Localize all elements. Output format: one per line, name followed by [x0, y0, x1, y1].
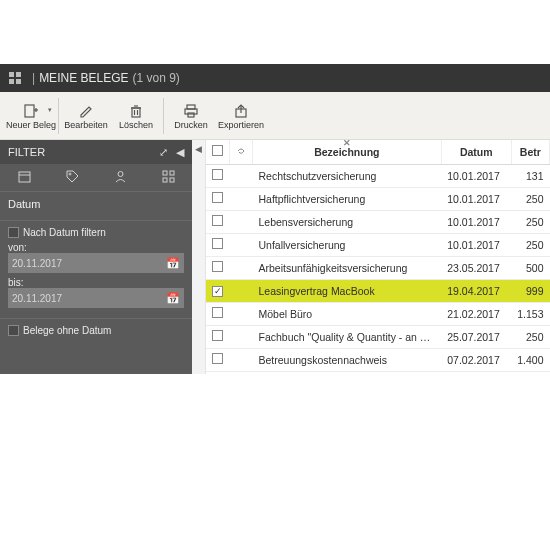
row-name: Rechtschutzversicherung	[253, 164, 442, 187]
row-name: Arbeitsunfähigkeitsversicherung	[253, 256, 442, 279]
new-label: Neuer Beleg	[6, 120, 56, 130]
row-date: 10.01.2017	[441, 187, 511, 210]
export-label: Exportieren	[218, 120, 264, 130]
row-date: 07.02.2017	[441, 348, 511, 371]
header-date[interactable]: Datum	[441, 140, 511, 164]
titlebar: | MEINE BELEGE (1 von 9)	[0, 64, 550, 92]
row-amount: 250	[511, 233, 549, 256]
svg-point-20	[118, 171, 123, 176]
chevron-down-icon: ▾	[48, 106, 52, 114]
from-date-input[interactable]: 20.11.2017 📅	[8, 253, 184, 273]
row-amount: 250	[511, 210, 549, 233]
edit-button[interactable]: Bearbeiten	[61, 94, 111, 138]
row-checkbox[interactable]	[212, 215, 223, 226]
svg-point-19	[69, 173, 71, 175]
table-row[interactable]: Lebensversicherung10.01.2017250	[206, 210, 550, 233]
svg-rect-3	[16, 79, 21, 84]
row-checkbox[interactable]: ✓	[212, 286, 223, 297]
svg-rect-22	[170, 171, 174, 175]
toolbar-divider	[163, 98, 164, 134]
app-icon	[8, 71, 22, 85]
expand-icon[interactable]: ⤢	[159, 146, 168, 159]
row-attachment	[230, 325, 253, 348]
row-name: Fachbuch "Quality & Quantity - an endles…	[253, 325, 442, 348]
row-attachment	[230, 210, 253, 233]
filter-tabs	[0, 164, 192, 192]
tab-tag-icon[interactable]	[66, 170, 79, 186]
tab-grid-icon[interactable]	[162, 170, 175, 186]
to-date-value: 20.11.2017	[12, 293, 62, 304]
filter-by-date-checkbox[interactable]	[8, 227, 19, 238]
header-amount[interactable]: Betr	[511, 140, 549, 164]
toolbar: Neuer Beleg ▾ Bearbeiten Löschen Drucken	[0, 92, 550, 140]
svg-rect-4	[25, 105, 34, 117]
row-date: 23.05.2017	[441, 256, 511, 279]
svg-rect-0	[9, 72, 14, 77]
row-date: 25.07.2017	[441, 325, 511, 348]
row-attachment	[230, 187, 253, 210]
header-attachment[interactable]	[230, 140, 253, 164]
clear-sort-icon[interactable]: ✕	[343, 140, 351, 148]
svg-rect-7	[132, 108, 140, 117]
row-amount: 250	[511, 325, 549, 348]
tab-user-icon[interactable]	[114, 170, 127, 186]
title-separator: |	[32, 71, 35, 85]
from-date-value: 20.11.2017	[12, 258, 62, 269]
svg-rect-17	[19, 172, 30, 182]
sidebar-collapse-handle[interactable]: ◀	[192, 140, 206, 374]
header-select-all[interactable]	[206, 140, 230, 164]
row-checkbox[interactable]	[212, 307, 223, 318]
table-row[interactable]: Unfallversicherung10.01.2017250	[206, 233, 550, 256]
row-checkbox[interactable]	[212, 330, 223, 341]
row-checkbox[interactable]	[212, 353, 223, 364]
to-date-input[interactable]: 20.11.2017 📅	[8, 288, 184, 308]
from-label: von:	[8, 242, 184, 253]
svg-rect-2	[9, 79, 14, 84]
header-row: ✕Bezeichnung Datum Betr	[206, 140, 550, 164]
header-name[interactable]: ✕Bezeichnung	[253, 140, 442, 164]
collapse-left-icon[interactable]: ◀	[176, 146, 184, 159]
print-icon	[183, 102, 199, 120]
filter-sidebar: FILTER ⤢ ◀ Datum Nach Datum filtern	[0, 140, 192, 374]
row-name: Betreuungskostennachweis	[253, 348, 442, 371]
calendar-icon: 📅	[166, 257, 180, 270]
print-button[interactable]: Drucken	[166, 94, 216, 138]
row-amount: 1.400	[511, 348, 549, 371]
tab-date-icon[interactable]	[18, 170, 31, 186]
row-attachment	[230, 348, 253, 371]
svg-rect-14	[188, 113, 194, 117]
row-checkbox[interactable]	[212, 192, 223, 203]
filter-title: FILTER	[8, 146, 45, 158]
table-row[interactable]: ✓Leasingvertrag MacBook19.04.2017999	[206, 279, 550, 302]
delete-button[interactable]: Löschen	[111, 94, 161, 138]
svg-rect-1	[16, 72, 21, 77]
filter-header: FILTER ⤢ ◀	[0, 140, 192, 164]
table-row[interactable]: Möbel Büro21.02.20171.153	[206, 302, 550, 325]
table-row[interactable]: Arbeitsunfähigkeitsversicherung23.05.201…	[206, 256, 550, 279]
table-row[interactable]: Haftpflichtversicherung10.01.2017250	[206, 187, 550, 210]
calendar-icon: 📅	[166, 292, 180, 305]
svg-rect-23	[163, 178, 167, 182]
row-name: Möbel Büro	[253, 302, 442, 325]
row-date: 21.02.2017	[441, 302, 511, 325]
row-checkbox[interactable]	[212, 169, 223, 180]
new-button[interactable]: Neuer Beleg ▾	[6, 94, 56, 138]
table-row[interactable]: Fachbuch "Quality & Quantity - an endles…	[206, 325, 550, 348]
pencil-icon	[78, 102, 94, 120]
row-attachment	[230, 164, 253, 187]
row-attachment	[230, 279, 253, 302]
row-checkbox[interactable]	[212, 261, 223, 272]
row-name: Haftpflichtversicherung	[253, 187, 442, 210]
table-row[interactable]: Rechtschutzversicherung10.01.2017131	[206, 164, 550, 187]
export-icon	[233, 102, 249, 120]
export-button[interactable]: Exportieren	[216, 94, 266, 138]
no-date-checkbox[interactable]	[8, 325, 19, 336]
svg-rect-24	[170, 178, 174, 182]
row-attachment	[230, 233, 253, 256]
svg-rect-21	[163, 171, 167, 175]
row-amount: 1.153	[511, 302, 549, 325]
row-checkbox[interactable]	[212, 238, 223, 249]
table-row[interactable]: Betreuungskostennachweis07.02.20171.400	[206, 348, 550, 371]
row-date: 10.01.2017	[441, 164, 511, 187]
data-grid: ✕Bezeichnung Datum Betr Rechtschutzversi…	[206, 140, 550, 374]
